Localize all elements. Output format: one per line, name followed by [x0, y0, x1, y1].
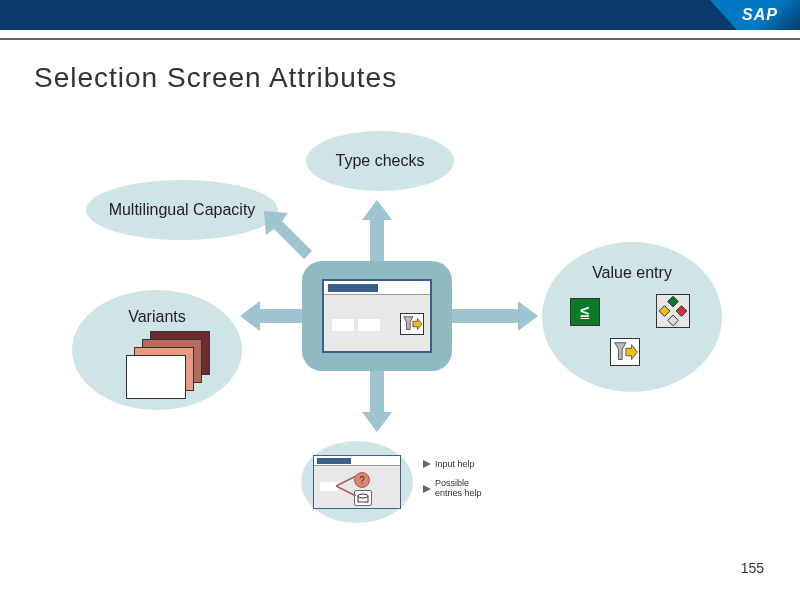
filter-arrow-icon [610, 338, 640, 366]
center-selection-screen [302, 261, 452, 371]
svg-line-15 [336, 476, 356, 486]
less-equal-icon: ≤ [570, 298, 600, 326]
svg-rect-8 [659, 306, 670, 317]
arrow-down-icon [362, 370, 392, 432]
bubble-label: Multilingual Capacity [109, 201, 256, 219]
help-labels: Input help Possible entries help [423, 459, 485, 509]
svg-marker-2 [240, 301, 302, 331]
svg-marker-12 [626, 345, 637, 360]
arrow-upleft-icon [264, 211, 314, 261]
arrow-right-icon [452, 301, 538, 331]
svg-marker-5 [404, 317, 413, 330]
card-icon [126, 355, 186, 399]
triangle-icon [423, 460, 431, 468]
svg-marker-6 [413, 319, 422, 330]
help-label-row: Possible entries help [423, 479, 485, 499]
svg-marker-0 [362, 200, 392, 262]
mini-window-icon [322, 279, 432, 353]
svg-marker-1 [362, 370, 392, 432]
svg-rect-10 [668, 315, 679, 326]
svg-marker-11 [615, 343, 626, 360]
page-number: 155 [741, 560, 764, 576]
bubble-value-entry: Value entry [542, 242, 722, 392]
mini-titlebar [324, 281, 430, 295]
filter-arrow-icon [400, 313, 424, 335]
bubble-label: Variants [128, 308, 186, 326]
svg-marker-3 [452, 301, 538, 331]
svg-line-16 [336, 486, 356, 496]
bubble-label: Value entry [592, 264, 672, 282]
diamond-options-icon [656, 294, 690, 328]
svg-rect-7 [668, 296, 679, 307]
arrow-up-icon [362, 200, 392, 262]
mini-field [358, 319, 380, 331]
bubble-multilingual: Multilingual Capacity [86, 180, 278, 240]
help-label: Input help [435, 459, 475, 469]
bubble-label: Type checks [336, 152, 425, 170]
bubble-type-checks: Type checks [306, 131, 454, 191]
help-label-row: Input help [423, 459, 485, 469]
diagram-canvas: Type checks Multilingual Capacity Varian… [0, 0, 800, 600]
bottom-help-group: ? Input help Possible entries help [301, 441, 501, 523]
svg-rect-9 [676, 306, 687, 317]
mini-field [332, 319, 354, 331]
triangle-icon [423, 485, 431, 493]
mini-titlebar [314, 456, 400, 466]
svg-marker-4 [264, 211, 312, 259]
arrow-left-icon [240, 301, 302, 331]
help-mini-window-icon: ? [313, 455, 401, 509]
connector-line-icon [336, 476, 360, 496]
help-label: Possible entries help [435, 479, 485, 499]
